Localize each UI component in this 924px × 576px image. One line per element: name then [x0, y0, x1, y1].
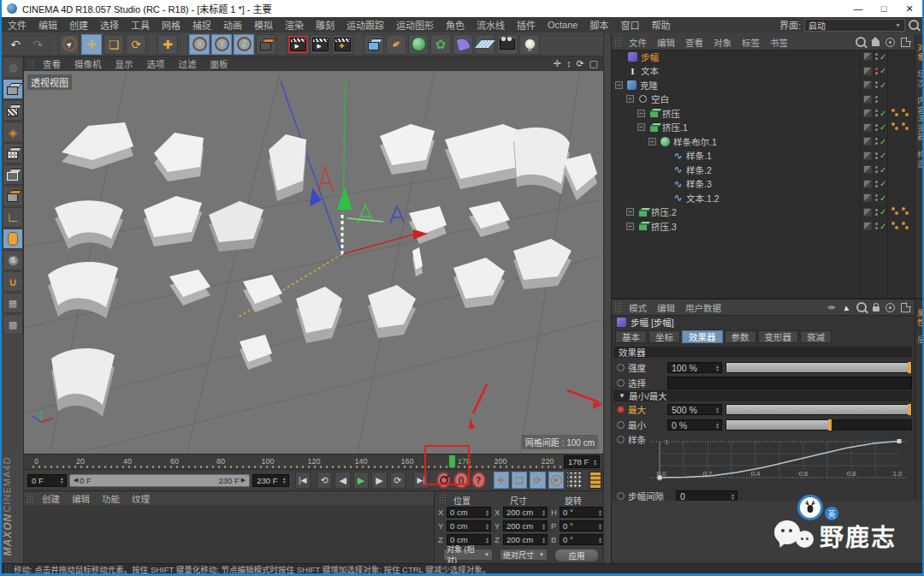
layer-chip[interactable] [863, 67, 872, 75]
lock-icon[interactable] [873, 306, 880, 312]
menu-tools[interactable]: 工具 [125, 18, 156, 32]
tree-row-step[interactable]: 步幅 ✓ [612, 50, 915, 64]
viewport-panel[interactable]: 查看 摄像机 显示 选项 过滤 面板 ✛ ↕ ⟳ ▢ 透视视图 网格间距 : 1… [24, 56, 603, 454]
deformer-icon[interactable] [453, 34, 473, 55]
tag-icons[interactable] [891, 222, 909, 231]
menu-window[interactable]: 窗口 [614, 18, 645, 32]
titlebar[interactable]: CINEMA 4D R18.057 Studio (RC - R18) - [未… [2, 0, 922, 17]
om-menu-bookmarks[interactable]: 书签 [765, 36, 793, 49]
panel-icon[interactable] [901, 38, 910, 47]
viewport-zoom-icon[interactable]: ↕ [566, 58, 572, 69]
visibility-dots[interactable] [875, 110, 878, 116]
keyframe-dot[interactable] [617, 492, 625, 500]
viewport-menu-display[interactable]: 显示 [109, 57, 140, 70]
enabled-check[interactable]: ✓ [880, 122, 886, 132]
next-frame-icon[interactable]: ▶ [371, 472, 387, 489]
tab-deformer[interactable]: 变形器 [758, 330, 799, 343]
visibility-dots[interactable] [875, 181, 878, 187]
previous-frame-icon[interactable]: ◀ [335, 472, 350, 489]
tree-row-extrude-3[interactable]: − 挤压.3 ✓ [612, 219, 915, 234]
selection-field[interactable] [667, 377, 912, 389]
menu-select[interactable]: 选择 [94, 18, 125, 32]
viewport-menu-options[interactable]: 选项 [140, 57, 172, 70]
visibility-dots[interactable] [875, 223, 878, 229]
layer-chip[interactable] [863, 123, 872, 132]
visibility-dots[interactable] [875, 81, 878, 88]
visibility-dots[interactable] [875, 68, 878, 74]
search-icon[interactable] [856, 302, 867, 312]
tag-icons[interactable] [891, 207, 909, 217]
menu-snap[interactable]: 捕捉 [187, 18, 217, 32]
menu-simulate[interactable]: 模拟 [248, 18, 279, 32]
visibility-dots[interactable] [875, 209, 878, 216]
panel-grip[interactable] [614, 37, 621, 47]
z-axis-lock-icon[interactable]: Z [234, 34, 254, 55]
pen-spline-icon[interactable]: ✒ [386, 34, 406, 55]
key-scale-icon[interactable]: ❏ [512, 472, 527, 489]
viewport-rotate-icon[interactable]: ⟳ [576, 58, 583, 69]
menu-pipeline[interactable]: 流水线 [471, 18, 511, 32]
texture-mode-icon[interactable] [3, 100, 23, 121]
simulation-icon[interactable]: S [3, 250, 23, 270]
am-menu-mode[interactable]: 模式 [624, 301, 652, 314]
expand-icon[interactable]: − [637, 110, 645, 117]
expand-icon[interactable]: − [649, 138, 656, 145]
convert-icon[interactable]: ◍ [3, 57, 23, 78]
cursor-icon[interactable]: ▲ [841, 302, 851, 313]
key-parameter-icon[interactable]: P [548, 472, 564, 489]
play-backwards-icon[interactable]: ⟲ [317, 472, 332, 489]
om-menu-tags[interactable]: 标签 [737, 36, 765, 49]
maximize-button[interactable]: □ [871, 0, 897, 17]
tab-basic[interactable]: 基本 [615, 330, 647, 343]
layer-chip[interactable] [863, 193, 872, 202]
edges-mode-icon[interactable] [3, 164, 23, 185]
record-keyframe-icon[interactable] [436, 472, 451, 489]
rot-h-field[interactable]: 0 °▲▼ [560, 507, 604, 518]
tree-row-extrude-1[interactable]: − 挤压.1 ✓ [612, 121, 915, 135]
coordinate-system-icon[interactable] [256, 34, 276, 55]
keyframe-dot[interactable] [617, 421, 625, 429]
quantize-icon[interactable]: ▩ [3, 314, 23, 335]
range-left-arrow-icon[interactable]: ◀ [74, 477, 78, 484]
tab-attributes[interactable]: 属性 [915, 305, 924, 331]
visibility-dots[interactable] [875, 53, 878, 60]
target-icon[interactable] [886, 303, 895, 312]
material-menu-function[interactable]: 功能 [96, 492, 126, 505]
spline-curve-editor[interactable]: 1 0.0 0.2 0.4 0.6 0.8 1.0 [651, 433, 908, 486]
enabled-check[interactable]: ✓ [880, 52, 886, 62]
menu-mograph[interactable]: 运动图形 [390, 18, 440, 32]
viewport-menu-panel[interactable]: 面板 [204, 57, 235, 70]
undo-icon[interactable]: ↶ [5, 34, 26, 55]
panel-grip[interactable] [27, 493, 33, 503]
rot-p-field[interactable]: 0 °▲▼ [560, 520, 604, 531]
light-icon[interactable] [519, 34, 540, 55]
end-frame-field[interactable]: 230 F▲▼ [252, 474, 288, 487]
tab-objects[interactable]: 对象 [915, 39, 924, 66]
tree-row-null[interactable]: − 空白 [612, 92, 915, 107]
minmax-section-header[interactable]: ▼最小/最大 [613, 390, 912, 401]
material-menu-create[interactable]: 创建 [36, 492, 66, 505]
om-menu-edit[interactable]: 编辑 [652, 36, 680, 49]
visibility-dots[interactable] [875, 96, 878, 103]
om-menu-view[interactable]: 查看 [680, 36, 708, 49]
spline-point-end[interactable] [897, 439, 902, 443]
viewport-maximize-icon[interactable]: ▢ [589, 58, 598, 69]
viewport-menu-view[interactable]: 查看 [36, 57, 68, 70]
viewport-menu-cameras[interactable]: 摄像机 [68, 57, 109, 70]
keyframe-dot[interactable] [617, 436, 625, 443]
visibility-dots[interactable] [875, 138, 878, 145]
size-x-field[interactable]: 200 cm▲▼ [503, 507, 548, 518]
menu-help[interactable]: 帮助 [645, 18, 676, 32]
close-button[interactable]: ✕ [897, 0, 922, 17]
menu-animate[interactable]: 动画 [217, 18, 248, 32]
pos-x-field[interactable]: 0 cm▲▼ [447, 507, 491, 518]
layer-chip[interactable] [863, 80, 872, 89]
pos-y-field[interactable]: 0 cm▲▼ [447, 520, 491, 531]
play-forward-icon[interactable]: ▶ [353, 472, 369, 489]
tab-parameter[interactable]: 参数 [725, 330, 756, 343]
search-icon[interactable] [856, 37, 866, 47]
loop-icon[interactable]: ⟳ [390, 472, 406, 489]
menu-create[interactable]: 创建 [63, 18, 94, 32]
keyframe-selection-icon[interactable]: ? [471, 472, 486, 489]
tree-row-text[interactable]: I 文本 ✓ [612, 64, 915, 79]
